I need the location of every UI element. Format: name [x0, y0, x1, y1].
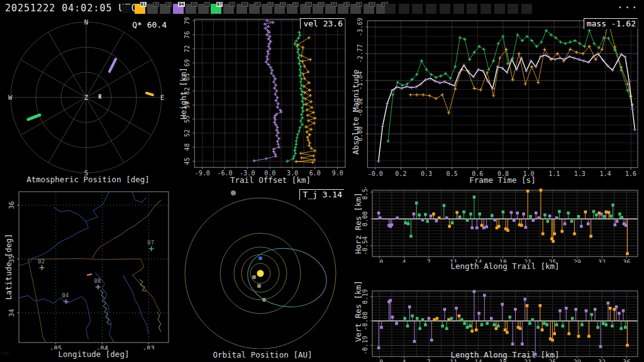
svg-text:-3.69: -3.69 — [357, 18, 364, 36]
svg-text:08: 08 — [94, 278, 101, 284]
svg-text:69: 69 — [184, 59, 191, 67]
utc-timestamp: 20251222 04:02:05 UTC — [5, 3, 138, 14]
panel-atmospheric-position: NSEWZR Q* 60.4 Atmospheric Position [deg… — [0, 18, 176, 187]
panel-trail-offset: -9.0-6.0-3.00.03.06.09.04548525559626569… — [176, 18, 349, 187]
frame-square-empty[interactable] — [385, 4, 396, 14]
svg-text:07: 07 — [147, 239, 154, 246]
frame-square-13[interactable]: 13 — [287, 4, 297, 14]
frame-square-label: 02 — [153, 2, 159, 7]
frame-square-label: 13 — [292, 2, 299, 7]
frame-square-empty[interactable] — [440, 4, 450, 14]
frame-square-label: 15 — [318, 2, 324, 7]
frame-square-09[interactable]: 09 — [236, 4, 247, 14]
frame-square-label: 03 — [165, 2, 172, 7]
frame-square-19[interactable]: 19 — [364, 4, 374, 14]
frame-square-10[interactable]: 10 — [249, 4, 260, 14]
vert-res-ylabel: Vert Res [km] — [353, 280, 363, 342]
frame-square-empty[interactable] — [453, 4, 464, 14]
frame-square-label: 12 — [280, 2, 286, 7]
svg-text:14: 14 — [474, 359, 482, 362]
frame-square-empty[interactable] — [521, 4, 532, 14]
frame-square-label: 05 — [191, 2, 197, 7]
panel-horz-residuals: -04711141821252932360.540.00-0.54 Length… — [349, 187, 644, 275]
ground-map-plot: 02040708-85-84-83343536 — [0, 187, 176, 349]
frame-square-label: 08 — [229, 2, 235, 7]
app-window: 20251222 04:02:05 UTC 010203040506070809… — [0, 0, 644, 362]
svg-text:21: 21 — [524, 359, 531, 362]
svg-text:79: 79 — [184, 18, 191, 25]
frame-square-06[interactable]: 06 — [198, 4, 209, 14]
svg-text:25: 25 — [548, 359, 556, 362]
frame-square-15[interactable]: 15 — [313, 4, 323, 14]
svg-text:36: 36 — [623, 359, 630, 362]
horz-trail-xlabel: Length Along Trail [km] — [372, 261, 638, 271]
longitude-xlabel: Longitude [deg] — [19, 349, 169, 359]
height-ylabel: Height [km] — [179, 67, 188, 119]
frame-square-empty[interactable] — [508, 4, 518, 14]
frame-square-label: 17 — [343, 2, 350, 7]
panel-light-curve: -0.00.20.30.50.60.81.01.11.31.41.6-3.69-… — [349, 18, 644, 187]
svg-text:7: 7 — [427, 359, 431, 362]
watermark: rjw — [2, 351, 9, 355]
frame-square-label: 11 — [267, 2, 274, 7]
frame-square-01[interactable]: 01 — [135, 4, 145, 14]
frame-square-label: 10 — [254, 2, 260, 7]
light-curve-plot: -0.00.20.30.50.60.81.01.11.31.41.6-3.69-… — [349, 18, 644, 176]
frame-square-empty[interactable] — [480, 4, 491, 14]
svg-text:4: 4 — [402, 359, 406, 362]
frame-square-18[interactable]: 18 — [350, 4, 361, 14]
panel-orbit: T_j 3.14 Orbital Position [AU] — [176, 187, 349, 362]
horz-residuals-plot: -04711141821252932360.540.00-0.54 — [349, 187, 644, 263]
svg-text:36: 36 — [8, 201, 15, 209]
frame-time-xlabel: Frame Time [s] — [367, 175, 638, 185]
svg-text:Z: Z — [84, 94, 88, 101]
frame-square-16[interactable]: 16 — [325, 4, 336, 14]
frame-square-14[interactable]: 14 — [300, 4, 311, 14]
vert-trail-xlabel: Length Along Trail [km] — [372, 350, 638, 359]
frame-square-label: 04 — [178, 2, 184, 7]
frame-square-empty[interactable] — [399, 4, 409, 14]
frame-square-blank[interactable] — [121, 4, 130, 13]
panel-vert-residuals: -04711141821252932360.19-0.00-0.19 Lengt… — [349, 275, 644, 362]
frame-square-empty[interactable] — [426, 4, 436, 14]
svg-text:72: 72 — [184, 45, 191, 53]
overflow-menu-icon[interactable]: ··· — [618, 3, 639, 13]
frame-square-empty[interactable] — [467, 4, 477, 14]
frame-square-17[interactable]: 17 — [338, 4, 348, 14]
frame-square-label: 01 — [140, 2, 147, 7]
svg-text:-2.77: -2.77 — [357, 44, 364, 63]
frame-square-03[interactable]: 03 — [160, 4, 170, 14]
frame-square-12[interactable]: 12 — [274, 4, 285, 14]
svg-text:-0: -0 — [375, 359, 383, 362]
frame-square-label: 09 — [242, 2, 248, 7]
velocity-value: vel 23.6 — [300, 18, 345, 29]
svg-text:R: R — [99, 94, 102, 100]
frame-square-empty[interactable] — [494, 4, 505, 14]
frame-square-08[interactable]: 08 — [223, 4, 234, 14]
svg-text:11: 11 — [450, 359, 457, 362]
atmospheric-position-caption: Atmospheric Position [deg] — [0, 175, 176, 184]
svg-text:52: 52 — [184, 129, 191, 137]
mass-value: mass -1.62 — [584, 18, 638, 29]
svg-text:-85: -85 — [50, 344, 62, 349]
svg-text:29: 29 — [574, 359, 581, 362]
frame-square-07[interactable]: 07 — [211, 4, 221, 14]
frame-square-empty[interactable] — [412, 4, 423, 14]
svg-text:32: 32 — [598, 359, 606, 362]
frame-square-04[interactable]: 04 — [173, 4, 184, 14]
svg-text:-83: -83 — [143, 344, 155, 349]
svg-text:E: E — [160, 94, 165, 102]
panel-ground-map: 02040708-85-84-83343536 Longitude [deg] … — [0, 187, 176, 362]
orbital-position-plot — [176, 187, 349, 349]
frame-square-02[interactable]: 02 — [147, 4, 158, 14]
frame-square-05[interactable]: 05 — [186, 4, 196, 14]
trail-offset-plot: -9.0-6.0-3.00.03.06.09.04548525559626569… — [176, 18, 349, 176]
svg-text:45: 45 — [184, 157, 191, 165]
svg-text:34: 34 — [8, 309, 15, 317]
orbital-position-caption: Orbital Position [AU] — [176, 350, 349, 359]
frame-square-11[interactable]: 11 — [262, 4, 272, 14]
frame-square-label: 16 — [331, 2, 337, 7]
frame-square-label: 14 — [305, 2, 311, 7]
frame-square-label: 06 — [204, 2, 210, 7]
horz-res-ylabel: Horz Res [km] — [353, 192, 363, 254]
